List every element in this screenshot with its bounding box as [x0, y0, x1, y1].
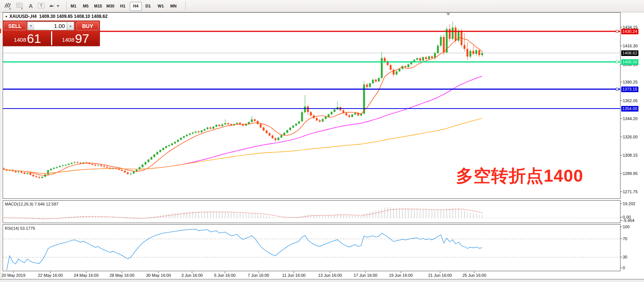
price-axis-tick: 1289.95 [623, 171, 638, 176]
time-axis-label: 7 Jun 16:00 [248, 273, 269, 278]
tf-mn[interactable]: MN [168, 2, 179, 10]
current-price-badge: 1408.62 [621, 50, 638, 56]
sell-price-button[interactable]: 1408 61 [4, 31, 51, 45]
time-axis-label: 25 Jun 16:00 [462, 273, 486, 278]
rsi-axis-tick: 0 [623, 266, 625, 270]
tf-m5[interactable]: M5 [80, 2, 91, 10]
price-axis-tick: 1326.00 [623, 135, 638, 139]
chart-annotation[interactable]: 多空转折点1400 [456, 164, 583, 188]
time-axis-label: 24 May 16:00 [74, 273, 99, 278]
toolbar-separator [66, 1, 67, 10]
rsi-axis-tick: 100 [623, 225, 629, 229]
volume-decrease-button[interactable]: ▼ [27, 22, 35, 30]
tf-m30[interactable]: M30 [105, 2, 116, 10]
time-axis-label: 28 May 16:00 [110, 273, 135, 278]
tf-d1[interactable]: D1 [142, 2, 154, 10]
sell-price-big: 61 [27, 33, 41, 44]
rsi-axis-tick: 30 [623, 255, 627, 259]
grid-icon: F [15, 1, 24, 10]
time-axis-label: 13 Jun 16:00 [318, 273, 342, 278]
price-axis-tick: 1362.05 [623, 98, 638, 103]
buy-price-small: 1408 [62, 37, 74, 43]
letter-a-icon: A [26, 1, 35, 10]
collapse-triangle-icon: ▲ [5, 15, 8, 18]
macd-axis-tick: 19.202 [623, 201, 635, 206]
time-axis-label: 22 May 16:00 [38, 273, 63, 278]
time-axis-label: 3 Jun 16:00 [181, 273, 203, 278]
text-box-button[interactable]: T [37, 1, 46, 10]
symbol-label: XAUUSD-,H4 [9, 14, 37, 19]
price-level-badge: 1373.15 [621, 87, 638, 92]
chart-editor-button[interactable]: E [3, 1, 13, 10]
rsi-panel[interactable] [3, 224, 621, 271]
text-label-button[interactable]: A [26, 1, 36, 10]
tf-m1[interactable]: M1 [68, 2, 79, 10]
time-axis-label: 19 Jun 16:00 [389, 273, 413, 278]
mt4-window: E F A T [0, 0, 644, 282]
price-level-badge: 1400.00 [621, 59, 638, 65]
svg-text:A: A [29, 3, 33, 9]
time-axis-label: 11 Jun 16:00 [282, 273, 306, 278]
chart-shift-marker[interactable] [446, 13, 450, 16]
ohlc-values: 1409.30 1409.65 1408.10 1408.62 [39, 14, 108, 19]
arrow-tools-button[interactable] [48, 1, 60, 10]
time-axis-label: 5 Jun 16:00 [214, 273, 236, 278]
arrows-icon [48, 1, 60, 10]
buy-price-button[interactable]: 1408 97 [52, 31, 99, 45]
time-axis-label: 30 May 16:00 [146, 273, 171, 278]
grid-button[interactable]: F [15, 1, 25, 10]
svg-text:E: E [9, 7, 11, 10]
price-axis-tick: 1344.20 [623, 116, 638, 121]
chart-title: ▲XAUUSD-,H4 1409.30 1409.65 1408.10 1408… [5, 14, 107, 19]
text-box-icon: T [37, 1, 46, 10]
sell-button[interactable]: SELL [4, 22, 26, 30]
rsi-label: RSI(14) 53.1779 [5, 226, 35, 231]
tf-w1[interactable]: W1 [155, 2, 166, 10]
rsi-axis-tick: 70 [623, 236, 627, 241]
time-axis-label: 21 Jun 16:00 [428, 273, 452, 278]
tf-h1[interactable]: H1 [117, 2, 128, 10]
volume-input[interactable] [34, 22, 67, 30]
macd-label: MACD(12,26,9) 7.646 12.587 [5, 202, 59, 206]
tf-h4[interactable]: H4 [130, 2, 142, 11]
svg-text:T: T [40, 3, 43, 8]
buy-button[interactable]: BUY [76, 22, 99, 30]
toolbar-separator [185, 1, 186, 10]
time-axis-label: 17 Jun 16:00 [354, 273, 377, 278]
horizontal-scrollbar[interactable] [0, 279, 644, 282]
toolbar: E F A T [0, 0, 644, 12]
edge-marker [0, 29, 1, 33]
price-axis-tick: 1308.15 [623, 153, 638, 157]
svg-text:F: F [21, 7, 23, 10]
price-axis-tick: 1271.75 [623, 189, 638, 194]
chart-editor-icon: E [3, 1, 12, 10]
price-level-badge: 1430.24 [621, 29, 638, 34]
window-edge [1, 12, 1, 279]
price-axis-tick: 1416.30 [623, 44, 638, 48]
price-axis-tick: 1380.25 [623, 80, 638, 84]
time-axis-label: 20 May 2019 [1, 273, 25, 278]
price-level-badge: 1354.00 [621, 106, 638, 112]
one-click-trading-panel: SELL ▼ ▲ BUY 1408 61 1408 97 [3, 21, 100, 46]
sell-price-small: 1408 [14, 37, 26, 43]
macd-panel[interactable] [3, 200, 621, 223]
buy-price-big: 97 [75, 33, 89, 44]
volume-increase-button[interactable]: ▲ [67, 22, 74, 30]
tf-m15[interactable]: M15 [92, 2, 104, 10]
macd-axis-tick: -5.454 [623, 218, 634, 223]
